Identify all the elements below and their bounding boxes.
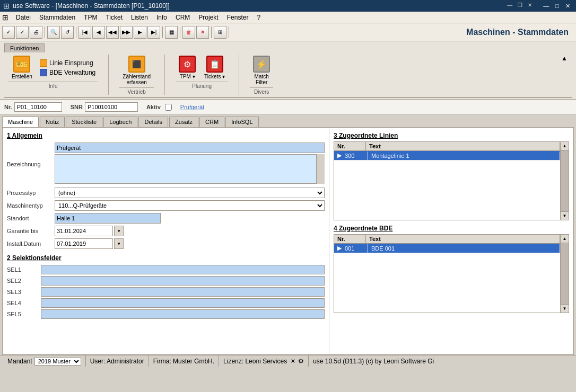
inner-close-btn[interactable]: ✕ bbox=[526, 2, 534, 10]
matchfilter-label: MatchFilter bbox=[255, 74, 269, 85]
section1-title: 1 Allgemein bbox=[7, 132, 325, 139]
aktiv-field: Aktiv bbox=[146, 104, 172, 111]
tab-crm[interactable]: CRM bbox=[199, 117, 224, 127]
linien-scroll-thumb[interactable] bbox=[561, 150, 569, 211]
tb-check1[interactable]: ✓ bbox=[2, 26, 15, 39]
tb-check2[interactable]: ✓ bbox=[16, 26, 29, 39]
ribbon-btn-tickets[interactable]: 📋 Tickets ▾ bbox=[201, 55, 228, 81]
standort-input[interactable] bbox=[55, 213, 161, 224]
ribbon-btn-erstellen[interactable]: 🎫 Erstellen bbox=[8, 55, 36, 81]
restore-button[interactable]: □ bbox=[553, 2, 562, 10]
tb-last[interactable]: ▶| bbox=[147, 26, 160, 39]
menu-ticket[interactable]: Ticket bbox=[101, 13, 127, 22]
tb-refresh[interactable]: ↺ bbox=[61, 26, 74, 39]
prozesstyp-label: Prozesstyp bbox=[7, 190, 55, 196]
prozesstyp-select[interactable]: (ohne) bbox=[55, 188, 325, 198]
tb-print[interactable]: 🖨 bbox=[30, 26, 42, 39]
tb-next2[interactable]: ▶▶ bbox=[120, 26, 133, 39]
snr-input[interactable] bbox=[85, 102, 138, 112]
sel4-input[interactable] bbox=[41, 298, 325, 308]
nr-input[interactable] bbox=[14, 102, 62, 112]
install-label: Install.Datum bbox=[7, 240, 55, 247]
inner-restore-btn[interactable]: ❐ bbox=[516, 2, 525, 10]
menu-projekt[interactable]: Projekt bbox=[194, 13, 222, 22]
garantie-calendar[interactable]: ▾ bbox=[114, 226, 124, 236]
firma-segment: Firma: Muster GmbH. bbox=[149, 355, 219, 367]
ribbon-btn-bde[interactable]: BDE Verwaltung bbox=[38, 68, 98, 77]
bde-scrollbar[interactable]: ▲ ▼ bbox=[560, 235, 569, 313]
tb-next[interactable]: ▶ bbox=[134, 26, 146, 39]
sel3-input[interactable] bbox=[41, 287, 325, 297]
menu-info[interactable]: Info bbox=[152, 13, 171, 22]
ribbon-wrapper: Funktionen 🎫 Erstellen Linie Einsprung B… bbox=[0, 41, 576, 100]
ribbon-group-divers-items: ⚡ MatchFilter bbox=[250, 55, 273, 86]
maschinentyp-select[interactable]: 110...Q-Prüfgeräte bbox=[55, 200, 325, 211]
bezeichnung-textarea[interactable] bbox=[55, 154, 325, 184]
ribbon-btn-tpm[interactable]: ⚙ TPM ▾ bbox=[176, 55, 199, 81]
inner-minimize-btn[interactable]: — bbox=[505, 2, 514, 10]
menu-tpm[interactable]: TPM bbox=[80, 13, 101, 22]
ribbon-group-info-label: Info bbox=[8, 82, 98, 89]
table-row[interactable]: ▶ 300 Montagelinie 1 bbox=[334, 151, 560, 161]
ribbon-collapse-icon[interactable]: ▲ bbox=[561, 55, 568, 62]
windows-icon: ⊞ bbox=[2, 13, 8, 22]
bde-scroll-thumb[interactable] bbox=[561, 243, 569, 304]
menu-datei[interactable]: Datei bbox=[12, 13, 35, 22]
linie-label: Linie Einsprung bbox=[49, 59, 93, 67]
bde-label: BDE Verwaltung bbox=[49, 69, 95, 76]
sel5-input[interactable] bbox=[41, 309, 325, 319]
tb-search[interactable]: 🔍 bbox=[47, 26, 60, 39]
minimize-button[interactable]: — bbox=[540, 2, 552, 10]
tpm-label: TPM ▾ bbox=[180, 74, 195, 79]
sel2-input[interactable] bbox=[41, 276, 325, 286]
menu-help[interactable]: ? bbox=[252, 13, 265, 22]
linien-scroll-up[interactable]: ▲ bbox=[561, 142, 569, 150]
tab-notiz[interactable]: Notiz bbox=[40, 117, 65, 127]
tab-zusatz[interactable]: Zusatz bbox=[169, 117, 198, 127]
tab-maschine[interactable]: Maschine bbox=[2, 117, 39, 127]
bezeichnung-input[interactable] bbox=[55, 142, 325, 153]
linien-grid-wrapper: Nr. Text ▶ 300 Montagelinie 1 ▲ bbox=[334, 142, 569, 220]
linien-scroll-down[interactable]: ▼ bbox=[561, 211, 569, 220]
ribbon-btn-zahlerstand[interactable]: ⬛ Zählerstanderfassen bbox=[119, 55, 154, 86]
sel1-input[interactable] bbox=[41, 265, 325, 274]
garantie-row: Garantie bis ▾ bbox=[7, 226, 325, 236]
tb-delete[interactable]: 🗑 bbox=[182, 26, 195, 39]
menu-crm[interactable]: CRM bbox=[171, 13, 194, 22]
zahlerstand-icon: ⬛ bbox=[128, 56, 145, 73]
tab-infosql[interactable]: InfoSQL bbox=[225, 117, 258, 127]
aktiv-label: Aktiv bbox=[146, 104, 161, 110]
install-input[interactable] bbox=[55, 238, 113, 249]
bde-scroll-down[interactable]: ▼ bbox=[561, 304, 569, 313]
linien-title: 3 Zugeordnete Linien bbox=[334, 132, 569, 139]
menu-stammdaten[interactable]: Stammdaten bbox=[35, 13, 80, 22]
funktionen-tab[interactable]: Funktionen bbox=[4, 43, 45, 52]
ribbon-sep1 bbox=[108, 55, 109, 95]
tb-grid[interactable]: ⊞ bbox=[214, 26, 226, 39]
tb-filter[interactable]: ▦ bbox=[165, 26, 178, 39]
prufgerat-link[interactable]: Prüfgerät bbox=[180, 104, 204, 110]
title-bar: ⊞ use Software - [Maschinen - Stammdaten… bbox=[0, 0, 576, 12]
tb-first[interactable]: |◀ bbox=[78, 26, 91, 39]
bde-scroll-up[interactable]: ▲ bbox=[561, 235, 569, 243]
menu-fenster[interactable]: Fenster bbox=[223, 13, 253, 22]
erstellen-icon: 🎫 bbox=[13, 56, 30, 73]
tb-prev2[interactable]: ◀◀ bbox=[106, 26, 119, 39]
ribbon-btn-matchfilter[interactable]: ⚡ MatchFilter bbox=[250, 55, 273, 86]
aktiv-checkbox[interactable] bbox=[165, 104, 172, 111]
linien-scrollbar[interactable]: ▲ ▼ bbox=[560, 142, 569, 220]
garantie-input[interactable] bbox=[55, 226, 113, 236]
install-calendar[interactable]: ▾ bbox=[114, 238, 124, 249]
ribbon-btn-linie[interactable]: Linie Einsprung bbox=[38, 59, 98, 67]
sel-grid: SEL1 SEL2 SEL3 SEL4 SEL5 bbox=[7, 265, 325, 319]
tb-prev[interactable]: ◀ bbox=[92, 26, 105, 39]
bde-grid: Nr. Text ▶ 001 BDE 001 ▲ bbox=[334, 234, 569, 313]
tab-details[interactable]: Details bbox=[138, 117, 168, 127]
close-button[interactable]: ✕ bbox=[563, 2, 573, 10]
mandant-select[interactable]: 2019 Muster bbox=[34, 357, 81, 366]
tab-stuckliste[interactable]: Stückliste bbox=[66, 117, 102, 127]
menu-listen[interactable]: Listen bbox=[127, 13, 152, 22]
table-row[interactable]: ▶ 001 BDE 001 bbox=[334, 244, 560, 253]
tab-logbuch[interactable]: Logbuch bbox=[103, 117, 137, 127]
tb-cancel[interactable]: ✕ bbox=[196, 26, 209, 39]
